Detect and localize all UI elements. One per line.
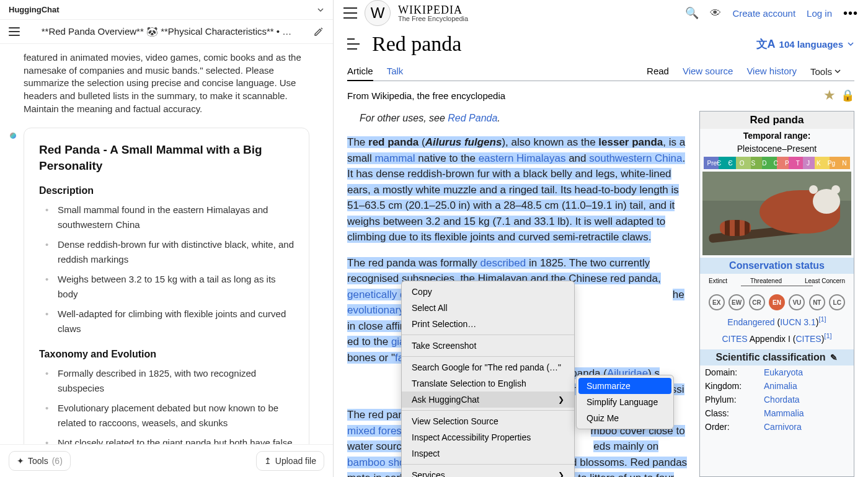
hatnote-link[interactable]: Red Panda	[448, 113, 497, 123]
from-wikipedia: From Wikipedia, the free encyclopedia	[347, 90, 823, 101]
article-header: Red panda 文A 104 languages Article Talk …	[334, 30, 868, 81]
language-button[interactable]: 文A 104 languages	[756, 37, 854, 51]
context-item[interactable]: Take Screenshot	[402, 338, 574, 354]
assistant-avatar	[10, 133, 16, 139]
create-account-link[interactable]: Create account	[732, 8, 795, 19]
iucn-link[interactable]: IUCN 3.1	[780, 317, 816, 327]
chat-footer: ✦ Tools (6) ↥ Upload file	[0, 444, 333, 477]
context-item[interactable]: Print Selection…	[402, 316, 574, 332]
ref-1[interactable]: [1]	[818, 315, 826, 323]
context-item[interactable]: Copy	[402, 284, 574, 300]
wiki-topbar: W WIKIPEDIA The Free Encyclopedia 🔍 👁 Cr…	[334, 0, 868, 30]
taxonomy-link[interactable]: Chordata	[764, 395, 800, 405]
status-circle-cr: CR	[749, 294, 765, 310]
ref-1b[interactable]: [1]	[824, 332, 831, 339]
menu-separator	[402, 464, 574, 465]
appearance-icon[interactable]: 👁	[710, 7, 721, 20]
top-right-nav: 🔍 👁 Create account Log in •••	[685, 6, 858, 20]
tab-article[interactable]: Article	[347, 62, 373, 81]
context-item[interactable]: Ask HuggingChat❯	[402, 392, 574, 408]
menu-separator	[402, 356, 574, 357]
tools-label: Tools	[28, 456, 48, 466]
context-item[interactable]: Services❯	[402, 467, 574, 477]
page-title: Red panda	[372, 32, 744, 56]
menu-icon[interactable]	[9, 27, 20, 36]
wikipedia-logo[interactable]: W	[365, 0, 391, 26]
link-mixed-forest[interactable]: mixed forest	[347, 425, 405, 437]
tools-count: (6)	[52, 456, 63, 466]
assistant-content: Red Panda - A Small Mammal with a Big Pe…	[24, 128, 309, 444]
cites-link-1[interactable]: CITES	[722, 333, 747, 343]
status-circle-nt: NT	[809, 294, 825, 310]
list-item: Dense reddish-brown fur with distinctive…	[49, 237, 294, 267]
taxonomy-link[interactable]: Carnivora	[764, 422, 802, 432]
context-subitem[interactable]: Summarize	[578, 378, 671, 394]
edit-pencil-icon[interactable]: ✎	[830, 352, 838, 362]
taxonomy-link[interactable]: Mammalia	[764, 408, 804, 418]
upload-button[interactable]: ↥ Upload file	[256, 451, 324, 471]
search-icon[interactable]: 🔍	[685, 6, 699, 20]
tab-talk[interactable]: Talk	[387, 62, 404, 81]
assistant-message: Red Panda - A Small Mammal with a Big Pe…	[24, 128, 309, 444]
edit-icon[interactable]	[313, 26, 324, 37]
context-item[interactable]: Inspect Accessibility Properties	[402, 429, 574, 445]
link-mammal[interactable]: mammal	[374, 152, 415, 164]
taxonomy-row: Domain:Eukaryota	[700, 365, 854, 379]
list-item: Weighs between 3.2 to 15 kg with a tail …	[49, 272, 294, 302]
link-china[interactable]: southwestern China	[589, 152, 682, 164]
taxonomy-row: Order:Carnivora	[700, 420, 854, 434]
section-list: Formally described in 1825, with two rec…	[39, 366, 294, 444]
section-heading: Taxonomy and Evolution	[39, 349, 294, 360]
tools-dropdown[interactable]: Tools	[810, 62, 841, 81]
context-item[interactable]: Translate Selection to English	[402, 375, 574, 392]
conservation-header[interactable]: Conservation status	[700, 258, 854, 274]
chevron-down-icon	[835, 68, 841, 74]
context-menu: CopySelect AllPrint Selection…Take Scree…	[401, 281, 575, 477]
link-himalayas[interactable]: eastern Himalayas	[479, 152, 566, 164]
taxonomy-link[interactable]: Animalia	[764, 381, 797, 391]
context-subitem[interactable]: Quiz Me	[577, 410, 673, 426]
section-list: Small mammal found in the eastern Himala…	[39, 203, 294, 336]
chevron-down-icon	[317, 6, 324, 14]
user-message: featured in animated movies, video games…	[24, 51, 309, 115]
conservation-status: ExtinctThreatenedLeast Concern EXEWCRENV…	[700, 274, 854, 349]
context-submenu: SummarizeSimplify LanguageQuiz Me	[576, 375, 674, 429]
sparkle-icon: ✦	[17, 456, 24, 466]
site-tagline: The Free Encyclopedia	[398, 15, 468, 22]
taxonomy-link[interactable]: Eukaryota	[764, 367, 803, 377]
taxonomy-table: Domain:EukaryotaKingdom:AnimaliaPhylum:C…	[700, 365, 854, 434]
infobox-title: Red panda	[700, 112, 854, 129]
chat-sidebar: HuggingChat **Red Panda Overview** 🐼 **P…	[0, 0, 334, 477]
context-item[interactable]: Select All	[402, 300, 574, 316]
menu-separator	[402, 335, 574, 335]
tools-button[interactable]: ✦ Tools (6)	[9, 451, 71, 471]
context-subitem[interactable]: Simplify Language	[577, 394, 673, 410]
translate-icon: 文A	[756, 37, 776, 51]
language-count: 104 languages	[779, 39, 843, 50]
login-link[interactable]: Log in	[807, 8, 832, 19]
link-described[interactable]: described	[480, 257, 526, 269]
tab-view-source[interactable]: View source	[683, 62, 733, 81]
protection-lock-icon[interactable]: 🔒	[841, 89, 854, 102]
section-heading: Description	[39, 185, 294, 196]
main-menu-icon[interactable]	[343, 7, 357, 19]
status-circle-vu: VU	[789, 294, 805, 310]
cites-link-2[interactable]: CITES	[795, 333, 821, 343]
chevron-down-icon	[847, 40, 854, 48]
toc-icon[interactable]	[347, 38, 360, 50]
context-item[interactable]: View Selection Source	[402, 413, 574, 429]
wikipedia-name: WIKIPEDIA The Free Encyclopedia	[398, 4, 468, 22]
list-item: Well-adapted for climbing with flexible …	[49, 307, 294, 336]
featured-star-icon[interactable]: ★	[823, 87, 836, 103]
infobox-image[interactable]	[702, 172, 851, 255]
more-menu-icon[interactable]: •••	[843, 6, 858, 20]
context-item[interactable]: Search Google for "The red panda (…"	[402, 359, 574, 375]
taxonomy-row: Kingdom:Animalia	[700, 379, 854, 393]
taxonomy-row: Class:Mammalia	[700, 406, 854, 420]
chat-messages: featured in animated movies, video games…	[0, 44, 333, 444]
tab-view-history[interactable]: View history	[746, 62, 797, 81]
model-selector[interactable]: HuggingChat	[0, 0, 333, 20]
status-endangered[interactable]: Endangered	[727, 317, 774, 327]
tab-read[interactable]: Read	[647, 62, 669, 81]
context-item[interactable]: Inspect	[402, 445, 574, 462]
